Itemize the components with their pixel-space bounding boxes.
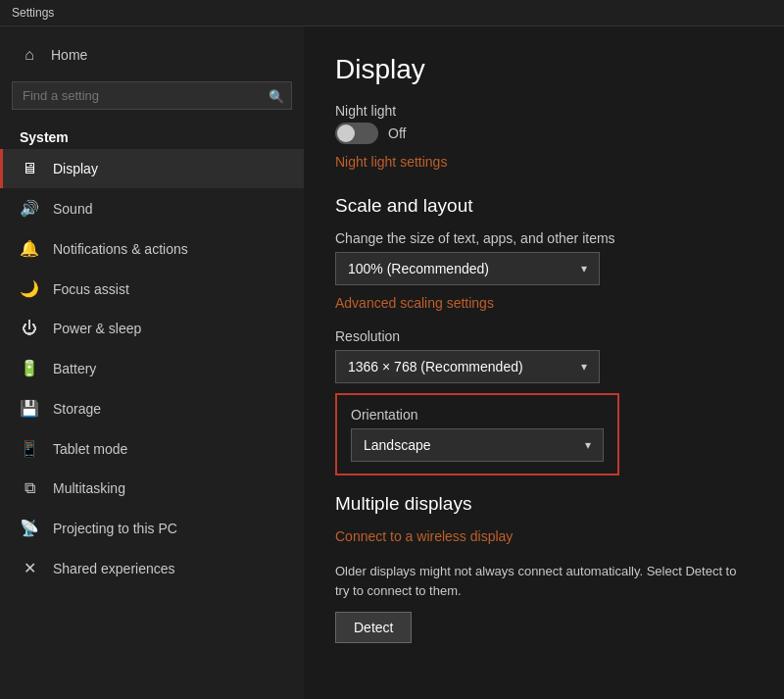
- sidebar-item-display[interactable]: 🖥 Display: [0, 149, 304, 188]
- resolution-dropdown-arrow: ▾: [581, 360, 587, 374]
- battery-icon: 🔋: [20, 359, 39, 377]
- sidebar-item-shared-label: Shared experiences: [53, 561, 175, 576]
- sidebar-item-sound[interactable]: 🔊 Sound: [0, 188, 304, 228]
- sidebar-item-sound-label: Sound: [53, 201, 92, 217]
- sidebar-item-storage[interactable]: 💾 Storage: [0, 388, 304, 428]
- title-bar: Settings: [0, 0, 784, 26]
- sidebar-item-projecting-label: Projecting to this PC: [53, 521, 177, 536]
- sidebar-item-multitasking[interactable]: ⧉ Multitasking: [0, 469, 304, 508]
- advanced-scaling-link[interactable]: Advanced scaling settings: [335, 295, 494, 311]
- sidebar: ⌂ Home 🔍 System 🖥 Display 🔊 Sound 🔔 Noti…: [0, 26, 304, 699]
- orientation-dropdown-value: Landscape: [364, 437, 431, 453]
- resolution-label: Resolution: [335, 328, 753, 344]
- home-icon: ⌂: [20, 46, 39, 64]
- resolution-dropdown[interactable]: 1366 × 768 (Recommended) ▾: [335, 350, 600, 383]
- page-title: Display: [335, 54, 753, 85]
- tablet-icon: 📱: [20, 439, 39, 458]
- search-box: 🔍: [12, 81, 292, 110]
- sidebar-item-shared[interactable]: ✕ Shared experiences: [0, 548, 304, 588]
- night-light-toggle-row: Off: [335, 123, 753, 144]
- scale-dropdown-value: 100% (Recommended): [348, 261, 489, 276]
- scale-dropdown[interactable]: 100% (Recommended) ▾: [335, 252, 600, 285]
- sidebar-item-storage-label: Storage: [53, 401, 101, 417]
- night-light-toggle[interactable]: [335, 123, 378, 144]
- projecting-icon: 📡: [20, 519, 39, 537]
- orientation-dropdown-arrow: ▾: [585, 438, 591, 452]
- sidebar-item-battery[interactable]: 🔋 Battery: [0, 348, 304, 388]
- focus-icon: 🌙: [20, 279, 39, 298]
- scale-section-title: Scale and layout: [335, 195, 753, 217]
- sidebar-item-focus[interactable]: 🌙 Focus assist: [0, 269, 304, 309]
- multiple-displays-title: Multiple displays: [335, 493, 753, 515]
- sidebar-item-power-label: Power & sleep: [53, 321, 141, 336]
- sidebar-item-notifications-label: Notifications & actions: [53, 241, 188, 257]
- home-label: Home: [51, 47, 87, 63]
- orientation-dropdown[interactable]: Landscape ▾: [351, 428, 604, 462]
- app-container: ⌂ Home 🔍 System 🖥 Display 🔊 Sound 🔔 Noti…: [0, 26, 784, 699]
- sidebar-item-focus-label: Focus assist: [53, 281, 129, 297]
- change-size-label: Change the size of text, apps, and other…: [335, 230, 753, 246]
- night-light-label: Night light: [335, 103, 753, 119]
- sidebar-item-display-label: Display: [53, 161, 98, 176]
- sidebar-item-battery-label: Battery: [53, 361, 96, 376]
- sidebar-item-power[interactable]: ⏻ Power & sleep: [0, 309, 304, 348]
- detect-button[interactable]: Detect: [335, 612, 412, 643]
- display-icon: 🖥: [20, 160, 39, 177]
- sidebar-item-notifications[interactable]: 🔔 Notifications & actions: [0, 228, 304, 269]
- notifications-icon: 🔔: [20, 239, 39, 258]
- storage-icon: 💾: [20, 399, 39, 418]
- orientation-box: Orientation Landscape ▾: [335, 393, 619, 475]
- multiple-displays-info: Older displays might not always connect …: [335, 562, 747, 600]
- sidebar-item-tablet[interactable]: 📱 Tablet mode: [0, 428, 304, 469]
- orientation-label: Orientation: [351, 407, 604, 423]
- system-label: System: [0, 122, 304, 149]
- wireless-display-link[interactable]: Connect to a wireless display: [335, 528, 513, 544]
- sidebar-item-projecting[interactable]: 📡 Projecting to this PC: [0, 508, 304, 548]
- scale-dropdown-arrow: ▾: [581, 262, 587, 275]
- sidebar-item-tablet-label: Tablet mode: [53, 441, 127, 457]
- multitasking-icon: ⧉: [20, 479, 39, 497]
- night-light-state: Off: [388, 125, 406, 141]
- search-input[interactable]: [12, 81, 292, 110]
- resolution-dropdown-value: 1366 × 768 (Recommended): [348, 359, 523, 374]
- night-light-settings-link[interactable]: Night light settings: [335, 154, 447, 170]
- sound-icon: 🔊: [20, 199, 39, 218]
- shared-icon: ✕: [20, 559, 39, 577]
- power-icon: ⏻: [20, 320, 39, 337]
- sidebar-item-home[interactable]: ⌂ Home: [0, 34, 304, 75]
- search-icon: 🔍: [269, 88, 284, 103]
- app-title: Settings: [12, 6, 54, 20]
- sidebar-item-multitasking-label: Multitasking: [53, 480, 125, 496]
- main-content: Display Night light Off Night light sett…: [304, 26, 784, 699]
